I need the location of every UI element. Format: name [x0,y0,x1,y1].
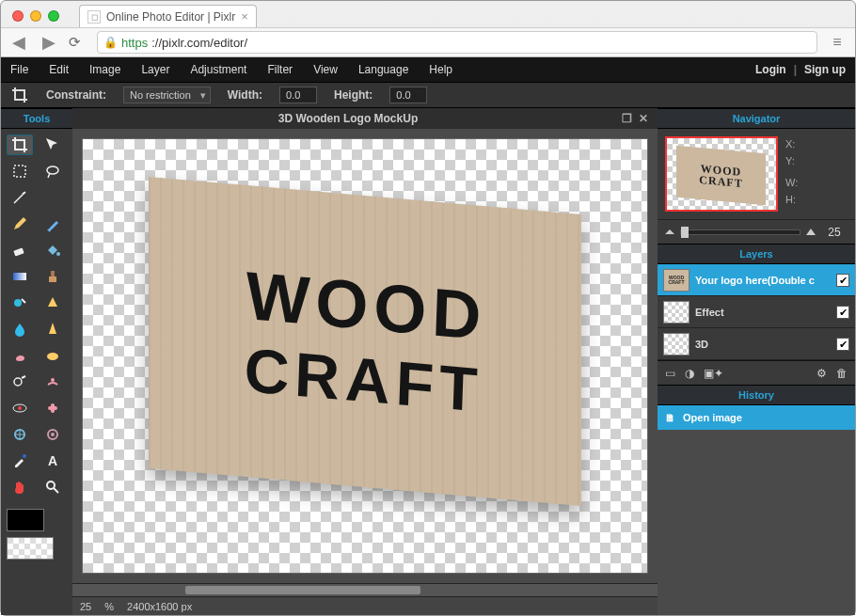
canvas[interactable]: WOOD CRAFT [82,138,648,574]
delete-layer-icon[interactable]: 🗑 [836,367,848,380]
signup-link[interactable]: Sign up [804,63,846,76]
new-layer-icon[interactable]: ▭ [665,367,675,380]
dodge-tool[interactable] [7,371,33,392]
layer-name: 3D [695,339,831,350]
clone-stamp-tool[interactable] [40,266,66,287]
history-item[interactable]: 🗎 Open image [658,405,855,430]
coord-y-label: Y: [785,153,798,170]
drawing-tool[interactable] [40,292,66,313]
blur-tool[interactable] [7,319,33,340]
zoom-slider-thumb[interactable] [681,227,689,238]
svg-point-13 [18,406,22,410]
forward-button[interactable]: ▶ [39,32,59,53]
sponge-tool[interactable] [40,345,66,366]
window-controls [12,10,59,22]
menu-image[interactable]: Image [89,63,120,76]
scrollbar-thumb[interactable] [185,586,420,594]
canvas-scroll-area[interactable]: WOOD CRAFT [72,129,658,583]
color-replace-tool[interactable] [7,292,33,313]
type-tool[interactable]: A [40,450,66,471]
svg-point-18 [51,433,55,436]
zoom-tool[interactable] [40,477,66,498]
percent-sign: % [104,601,114,612]
back-button[interactable]: ◀ [8,32,29,53]
svg-point-19 [23,454,26,458]
zoom-slider-track[interactable] [680,229,801,235]
constraint-select[interactable]: No restriction [123,87,211,103]
layers-panel: Layers WOODCRAFT Your logo here(Double c… [658,244,855,385]
menu-help[interactable]: Help [429,63,452,76]
doc-close-icon[interactable]: ✕ [635,112,652,125]
sharpen-tool[interactable] [40,319,66,340]
gradient-tool[interactable] [7,266,33,287]
svg-point-1 [47,166,58,174]
height-input[interactable]: 0.0 [389,87,427,103]
layer-settings-icon[interactable]: ⚙ [816,367,827,380]
menu-language[interactable]: Language [358,63,408,76]
browser-tab[interactable]: ◻ Online Photo Editor | Pixlr × [79,5,257,27]
svg-point-9 [47,353,58,360]
zoom-window-icon[interactable] [48,10,59,22]
navigator-zoom-slider: 25 [658,219,855,244]
layer-visibility-checkbox[interactable]: ✔ [836,338,849,351]
move-tool[interactable] [40,134,66,155]
layer-visibility-checkbox[interactable]: ✔ [836,274,849,287]
crop-tool-icon [10,86,29,104]
spacer-tool [40,187,66,208]
browser-toolbar: ◀ ▶ ⟳ 🔒 https://pixlr.com/editor/ ≡ [1,27,855,57]
menu-file[interactable]: File [10,63,28,76]
menu-view[interactable]: View [313,63,338,76]
minimize-window-icon[interactable] [30,10,41,22]
pinch-tool[interactable] [40,424,66,445]
layer-styles-icon[interactable]: ▣✦ [704,367,723,380]
menu-layer[interactable]: Layer [141,63,169,76]
menu-adjustment[interactable]: Adjustment [190,63,246,76]
horizontal-scrollbar[interactable] [72,583,658,596]
spot-heal-tool[interactable] [40,398,66,419]
menu-filter[interactable]: Filter [267,63,293,76]
document-title: 3D Wooden Logo MockUp [78,112,618,125]
width-input[interactable]: 0.0 [279,87,317,103]
login-link[interactable]: Login [755,63,786,76]
eyedropper-tool[interactable] [7,450,33,471]
wand-tool[interactable] [7,187,33,208]
crop-tool[interactable] [7,134,33,155]
svg-rect-7 [51,271,55,276]
browser-menu-icon[interactable]: ≡ [827,34,848,51]
svg-text:A: A [48,453,57,468]
layer-row[interactable]: WOODCRAFT Your logo here(Double c ✔ [658,264,855,296]
tab-close-icon[interactable]: × [241,9,248,24]
red-eye-tool[interactable] [7,398,33,419]
zoom-out-icon[interactable] [665,229,674,234]
layer-row[interactable]: 3D ✔ [658,328,855,360]
address-bar[interactable]: 🔒 https://pixlr.com/editor/ [97,31,817,54]
marquee-tool[interactable] [7,161,33,182]
lock-icon: 🔒 [103,36,118,49]
layer-visibility-checkbox[interactable]: ✔ [836,306,849,319]
zoom-in-icon[interactable] [806,229,816,235]
svg-point-11 [51,378,55,382]
layer-mask-icon[interactable]: ◑ [685,367,694,380]
svg-point-2 [24,192,25,194]
reload-button[interactable]: ⟳ [69,34,87,51]
foreground-color[interactable] [7,509,44,531]
bloat-tool[interactable] [7,424,33,445]
history-empty-area [658,430,855,615]
pencil-tool[interactable] [7,213,33,234]
layer-row[interactable]: Effect ✔ [658,296,855,328]
navigator-thumbnail[interactable]: WOODCRAFT [665,136,778,212]
brush-tool[interactable] [40,213,66,234]
menu-edit[interactable]: Edit [49,63,69,76]
separator: | [794,63,797,76]
close-window-icon[interactable] [12,10,24,22]
hand-tool[interactable] [7,477,33,498]
paint-bucket-tool[interactable] [40,240,66,261]
eraser-tool[interactable] [7,240,33,261]
browser-tabbar: ◻ Online Photo Editor | Pixlr × [1,1,855,27]
background-color[interactable] [7,537,54,560]
svg-rect-6 [49,276,56,282]
smudge-tool[interactable] [7,345,33,366]
burn-tool[interactable] [40,371,66,392]
doc-restore-icon[interactable]: ❐ [618,112,635,125]
lasso-tool[interactable] [40,161,66,182]
